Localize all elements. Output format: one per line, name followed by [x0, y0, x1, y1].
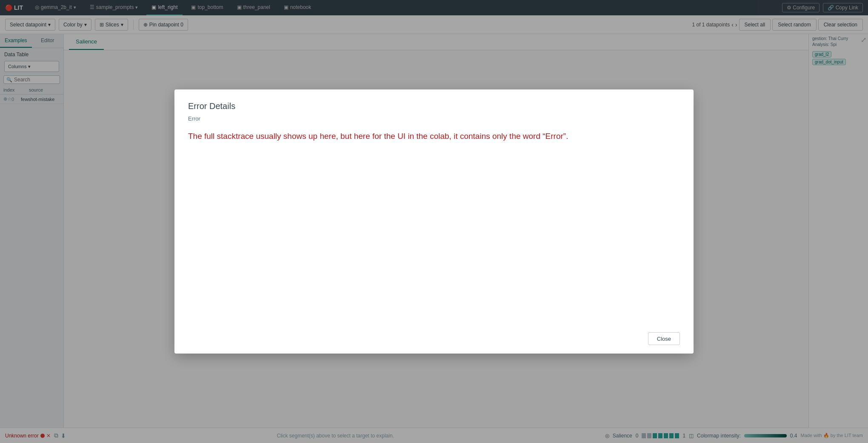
modal-error-message: The full stacktrace usually shows up her…	[188, 130, 680, 324]
modal-subtitle: Error	[188, 115, 680, 122]
close-button[interactable]: Close	[648, 332, 680, 345]
modal-footer: Close	[188, 332, 680, 345]
modal-title: Error Details	[188, 101, 680, 111]
modal-overlay[interactable]: Error Details Error The full stacktrace …	[0, 0, 868, 443]
error-modal: Error Details Error The full stacktrace …	[174, 89, 694, 354]
